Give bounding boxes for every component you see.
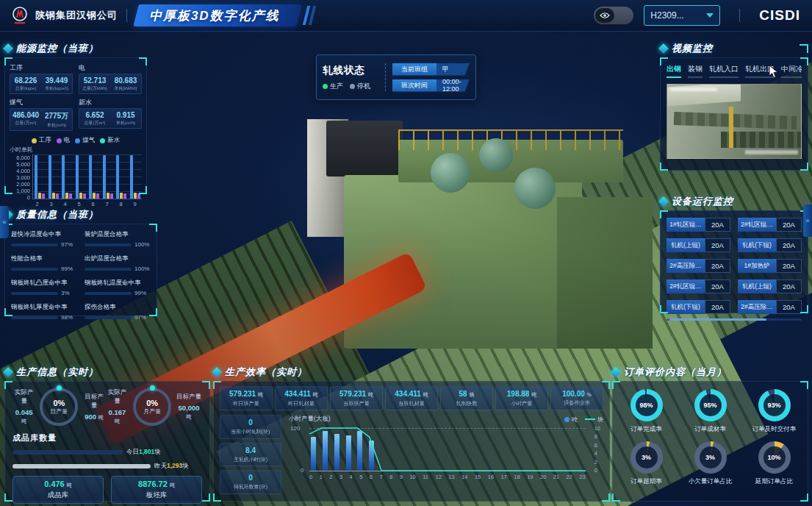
video-tab[interactable]: 中间冷 (781, 64, 802, 78)
store-buttons: 0.476 吨 成品库 8876.72 吨 板坯库 (12, 476, 202, 504)
donut-percent: 3% (705, 454, 715, 461)
expand-icon[interactable] (800, 44, 808, 53)
quality-label: 性能合格率 (11, 254, 77, 263)
equipment-panel: 设备运行监控 1#轧区辊… 20A 2#轧区辊… 20A 轧机( (660, 194, 808, 316)
heat-number-value: H2309... (650, 10, 683, 21)
equipment-cell: 2#轧区辊… 20A (738, 218, 802, 232)
quality-item: 超快冷温度命中率 97% (11, 230, 77, 248)
video-tab[interactable]: 轧机出口 (745, 64, 775, 78)
status-row-label: 当前班组 (392, 63, 436, 76)
status-row-label: 班次时间 (392, 79, 436, 92)
energy-group-name: 煤气 (10, 98, 73, 107)
production-gauges: 实际产量 0.045 吨 0% 日产量 目标产量 900 吨 (12, 388, 202, 426)
visibility-toggle[interactable] (594, 7, 633, 24)
donut-ring: 98% (630, 389, 663, 421)
camera-feed[interactable] (667, 84, 802, 159)
y-tick: 5,000 (16, 161, 30, 168)
equipment-current-value: 20A (776, 218, 802, 232)
equipment-current-value: 20A (776, 279, 802, 293)
video-tab[interactable]: 出钢 (667, 64, 681, 78)
diamond-icon (658, 196, 669, 207)
donut-percent: 3% (642, 454, 651, 461)
energy-value: 68.226 (10, 76, 41, 85)
video-tab[interactable]: 轧机入口 (709, 64, 739, 78)
progress-track (85, 316, 132, 319)
x-tick: 7 (105, 201, 108, 207)
chevron-down-icon (706, 13, 714, 18)
energy-caption: 单耗(kWh/t) (112, 85, 139, 92)
equipment-current-value: 20A (705, 218, 730, 232)
donut-ring: 93% (758, 389, 791, 421)
legend-item: 工序 (32, 136, 51, 145)
quality-percent: 97% (61, 241, 77, 248)
y-tick: 2,000 (16, 181, 30, 188)
collapse-tab-right[interactable]: » (803, 204, 812, 237)
efficiency-stats: 579.231 吨 昨日班产量 434.411 吨 昨日轧材量 579.231 … (220, 386, 603, 410)
equipment-current-value: 20A (705, 238, 730, 252)
scrollbar-track (667, 318, 802, 321)
y-tick: 6,000 (16, 154, 30, 161)
quality-label: 钢板终轧厚度命中率 (11, 303, 77, 312)
quality-percent: 3% (61, 290, 77, 296)
gauge-ring: 0% 日产量 (40, 388, 78, 426)
status-dot (323, 84, 328, 89)
x-tick: 10 (409, 474, 415, 480)
line-series (309, 428, 586, 471)
quality-item: 探伤合格率 97% (85, 303, 151, 321)
equipment-label: 2#高压除… (667, 259, 705, 273)
store-button[interactable]: 0.476 吨 成品库 (12, 476, 104, 504)
donut-percent: 95% (703, 402, 716, 409)
hourly-output-chart: 小时产量(大板) 吨 块 120 0 1086420 (289, 415, 603, 494)
order-gauge-label: 订单成材率 (694, 425, 726, 434)
status-row-value: 甲 (436, 63, 470, 76)
equipment-label: 轧机(下辊) (667, 300, 705, 314)
gauge-percent: 0% (146, 399, 158, 407)
progress-track (11, 268, 58, 271)
production-panel: 生产信息（实时） 实际产量 0.045 吨 0% 日产量 (4, 365, 210, 503)
diamond-icon (212, 367, 222, 377)
x-tick: 3 (49, 201, 52, 207)
x-tick: 7 (379, 474, 382, 480)
progress-track (85, 243, 132, 246)
quality-label: 钢板终轧凸度命中率 (11, 279, 77, 288)
x-tick: 3 (339, 474, 342, 480)
x-tick: 5 (359, 474, 362, 480)
video-tab[interactable]: 装钢 (688, 64, 703, 78)
energy-value: 6.652 (79, 111, 110, 119)
x-tick: 1 (320, 474, 323, 480)
x-tick: 15 (475, 474, 481, 480)
equipment-grid: 1#轧区辊… 20A 2#轧区辊… 20A 轧机(上辊) 20A 轧机 (667, 218, 802, 314)
efficiency-side-stats: 0 当前小时轧制(块) 8.4 主轧机小时(块) 0 待轧坯数量(块) (220, 415, 281, 494)
quality-percent: 100% (134, 266, 151, 272)
energy-group: 新水 6.652 总量(万m³) 0.915 单耗(m³/t) (79, 97, 142, 132)
heat-number-dropdown[interactable]: H2309... (644, 5, 720, 26)
company-logo-icon (10, 6, 29, 25)
order-gauge: 98% 订单完成率 (630, 389, 663, 434)
donut-ring: 3% (630, 441, 663, 474)
energy-value: 486.040 (10, 111, 41, 119)
status-legend-item: 生产 (323, 82, 343, 91)
gauge-name: 月产量 (143, 407, 161, 416)
equipment-cell: 2#轧区辊… 20A (667, 279, 730, 293)
order-gauge-label: 延期订单占比 (755, 477, 793, 486)
progress-track (11, 243, 58, 246)
quality-item: 性能合格率 99% (11, 254, 77, 272)
equipment-label: 1#加热炉 (738, 259, 776, 273)
target-output-value: 900 (85, 413, 96, 421)
energy-panel: 能源监控（当班） 工序 68.226 总量(kgce) 39.449 单耗(kg… (4, 41, 147, 200)
collapse-tab-left[interactable]: « (0, 206, 9, 238)
x-tick: 19 (527, 474, 533, 480)
equipment-cell: 2#高压除… 20A (667, 259, 730, 273)
diamond-icon (658, 43, 669, 54)
energy-group: 煤气 486.040 总量(万m³) 2775万 单耗(m³/t) (10, 97, 73, 132)
gauge-percent: 0% (53, 399, 65, 407)
scrollbar-thumb[interactable] (669, 318, 766, 321)
equipment-cell: 1#加热炉 20A (738, 259, 802, 273)
legend-dot (100, 138, 105, 143)
equipment-panel-title: 设备运行监控 (672, 195, 733, 208)
equipment-label: 1#轧区辊… (667, 218, 705, 232)
y-tick: 120 (290, 425, 300, 432)
progress-track (11, 316, 58, 319)
store-button[interactable]: 8876.72 吨 板坯库 (111, 476, 202, 504)
legend-dot (564, 417, 570, 422)
